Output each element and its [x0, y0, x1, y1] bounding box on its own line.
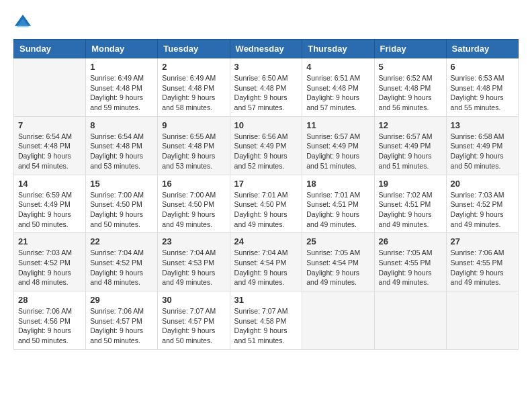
day-info: Sunrise: 7:03 AMSunset: 4:52 PMDaylight:…: [18, 248, 81, 287]
day-info: Sunrise: 6:58 AMSunset: 4:49 PMDaylight:…: [451, 132, 514, 171]
calendar-cell: 14Sunrise: 6:59 AMSunset: 4:49 PMDayligh…: [14, 175, 86, 233]
calendar-cell: 18Sunrise: 7:01 AMSunset: 4:51 PMDayligh…: [302, 175, 374, 233]
day-number: 25: [306, 236, 369, 246]
day-number: 4: [306, 62, 369, 72]
day-number: 28: [18, 295, 81, 305]
day-info: Sunrise: 7:06 AMSunset: 4:56 PMDaylight:…: [18, 306, 81, 346]
day-number: 8: [90, 120, 153, 130]
calendar-cell: 24Sunrise: 7:04 AMSunset: 4:54 PMDayligh…: [230, 233, 302, 291]
day-number: 20: [451, 179, 514, 189]
day-info: Sunrise: 7:07 AMSunset: 4:57 PMDaylight:…: [162, 306, 225, 346]
calendar-table: SundayMondayTuesdayWednesdayThursdayFrid…: [13, 39, 519, 350]
day-info: Sunrise: 7:01 AMSunset: 4:50 PMDaylight:…: [234, 190, 298, 230]
day-info: Sunrise: 7:06 AMSunset: 4:55 PMDaylight:…: [451, 248, 514, 287]
day-number: 26: [379, 236, 442, 246]
day-info: Sunrise: 6:54 AMSunset: 4:48 PMDaylight:…: [18, 132, 81, 171]
day-number: 17: [234, 179, 298, 189]
calendar-cell: 2Sunrise: 6:49 AMSunset: 4:48 PMDaylight…: [158, 58, 230, 117]
day-info: Sunrise: 7:07 AMSunset: 4:58 PMDaylight:…: [234, 306, 298, 346]
calendar-cell: 20Sunrise: 7:03 AMSunset: 4:52 PMDayligh…: [446, 175, 518, 233]
calendar-cell: 28Sunrise: 7:06 AMSunset: 4:56 PMDayligh…: [14, 291, 86, 350]
day-number: 30: [162, 295, 225, 305]
day-number: 21: [18, 236, 81, 246]
calendar-header-tuesday: Tuesday: [158, 40, 230, 58]
calendar-header-wednesday: Wednesday: [230, 40, 302, 58]
calendar-cell: [446, 291, 518, 350]
day-info: Sunrise: 7:02 AMSunset: 4:51 PMDaylight:…: [379, 190, 442, 230]
day-number: 5: [379, 62, 442, 72]
day-info: Sunrise: 7:01 AMSunset: 4:51 PMDaylight:…: [306, 190, 369, 230]
day-number: 23: [162, 236, 225, 246]
day-number: 2: [162, 62, 225, 72]
calendar-cell: 13Sunrise: 6:58 AMSunset: 4:49 PMDayligh…: [446, 116, 518, 175]
calendar-header-row: SundayMondayTuesdayWednesdayThursdayFrid…: [14, 40, 519, 58]
calendar-cell: 3Sunrise: 6:50 AMSunset: 4:48 PMDaylight…: [230, 58, 302, 117]
day-info: Sunrise: 6:49 AMSunset: 4:48 PMDaylight:…: [90, 73, 153, 113]
calendar-cell: 26Sunrise: 7:05 AMSunset: 4:55 PMDayligh…: [374, 233, 446, 291]
day-number: 22: [90, 236, 153, 246]
calendar-header-saturday: Saturday: [446, 40, 518, 58]
day-number: 16: [162, 179, 225, 189]
calendar-week-row: 1Sunrise: 6:49 AMSunset: 4:48 PMDaylight…: [14, 58, 519, 117]
page-header: [13, 13, 519, 32]
calendar-cell: 17Sunrise: 7:01 AMSunset: 4:50 PMDayligh…: [230, 175, 302, 233]
calendar-cell: 21Sunrise: 7:03 AMSunset: 4:52 PMDayligh…: [14, 233, 86, 291]
day-info: Sunrise: 6:49 AMSunset: 4:48 PMDaylight:…: [162, 73, 225, 113]
calendar-cell: 29Sunrise: 7:06 AMSunset: 4:57 PMDayligh…: [86, 291, 158, 350]
day-number: 31: [234, 295, 298, 305]
day-number: 27: [451, 236, 514, 246]
calendar-cell: 25Sunrise: 7:05 AMSunset: 4:54 PMDayligh…: [302, 233, 374, 291]
calendar-cell: 12Sunrise: 6:57 AMSunset: 4:49 PMDayligh…: [374, 116, 446, 175]
calendar-week-row: 14Sunrise: 6:59 AMSunset: 4:49 PMDayligh…: [14, 175, 519, 233]
day-number: 12: [379, 120, 442, 130]
day-number: 14: [18, 179, 81, 189]
day-number: 13: [451, 120, 514, 130]
calendar-cell: [302, 291, 374, 350]
day-info: Sunrise: 7:04 AMSunset: 4:52 PMDaylight:…: [90, 248, 153, 287]
calendar-header-friday: Friday: [374, 40, 446, 58]
day-info: Sunrise: 7:04 AMSunset: 4:53 PMDaylight:…: [162, 248, 225, 287]
calendar-cell: 23Sunrise: 7:04 AMSunset: 4:53 PMDayligh…: [158, 233, 230, 291]
calendar-cell: 6Sunrise: 6:53 AMSunset: 4:48 PMDaylight…: [446, 58, 518, 117]
day-number: 3: [234, 62, 298, 72]
calendar-cell: 31Sunrise: 7:07 AMSunset: 4:58 PMDayligh…: [230, 291, 302, 350]
calendar-cell: 9Sunrise: 6:55 AMSunset: 4:48 PMDaylight…: [158, 116, 230, 175]
day-info: Sunrise: 6:59 AMSunset: 4:49 PMDaylight:…: [18, 190, 81, 230]
calendar-week-row: 21Sunrise: 7:03 AMSunset: 4:52 PMDayligh…: [14, 233, 519, 291]
day-info: Sunrise: 6:54 AMSunset: 4:48 PMDaylight:…: [90, 132, 153, 171]
day-info: Sunrise: 6:56 AMSunset: 4:49 PMDaylight:…: [234, 132, 298, 171]
day-info: Sunrise: 6:50 AMSunset: 4:48 PMDaylight:…: [234, 73, 298, 113]
day-number: 29: [90, 295, 153, 305]
calendar-week-row: 28Sunrise: 7:06 AMSunset: 4:56 PMDayligh…: [14, 291, 519, 350]
calendar-cell: 5Sunrise: 6:52 AMSunset: 4:48 PMDaylight…: [374, 58, 446, 117]
day-info: Sunrise: 7:04 AMSunset: 4:54 PMDaylight:…: [234, 248, 298, 287]
calendar-header-thursday: Thursday: [302, 40, 374, 58]
day-info: Sunrise: 7:05 AMSunset: 4:55 PMDaylight:…: [379, 248, 442, 287]
calendar-cell: 19Sunrise: 7:02 AMSunset: 4:51 PMDayligh…: [374, 175, 446, 233]
calendar-cell: 1Sunrise: 6:49 AMSunset: 4:48 PMDaylight…: [86, 58, 158, 117]
day-number: 11: [306, 120, 369, 130]
calendar-cell: 8Sunrise: 6:54 AMSunset: 4:48 PMDaylight…: [86, 116, 158, 175]
calendar-cell: 7Sunrise: 6:54 AMSunset: 4:48 PMDaylight…: [14, 116, 86, 175]
day-info: Sunrise: 7:00 AMSunset: 4:50 PMDaylight:…: [162, 190, 225, 230]
day-number: 6: [451, 62, 514, 72]
calendar-cell: 16Sunrise: 7:00 AMSunset: 4:50 PMDayligh…: [158, 175, 230, 233]
logo-icon: [13, 13, 32, 32]
day-info: Sunrise: 6:53 AMSunset: 4:48 PMDaylight:…: [451, 73, 514, 113]
day-number: 1: [90, 62, 153, 72]
day-info: Sunrise: 7:06 AMSunset: 4:57 PMDaylight:…: [90, 306, 153, 346]
day-number: 10: [234, 120, 298, 130]
day-info: Sunrise: 6:57 AMSunset: 4:49 PMDaylight:…: [306, 132, 369, 171]
day-info: Sunrise: 6:57 AMSunset: 4:49 PMDaylight:…: [379, 132, 442, 171]
calendar-cell: 22Sunrise: 7:04 AMSunset: 4:52 PMDayligh…: [86, 233, 158, 291]
day-number: 19: [379, 179, 442, 189]
day-info: Sunrise: 6:55 AMSunset: 4:48 PMDaylight:…: [162, 132, 225, 171]
calendar-week-row: 7Sunrise: 6:54 AMSunset: 4:48 PMDaylight…: [14, 116, 519, 175]
day-number: 18: [306, 179, 369, 189]
calendar-header-monday: Monday: [86, 40, 158, 58]
day-info: Sunrise: 7:03 AMSunset: 4:52 PMDaylight:…: [451, 190, 514, 230]
day-info: Sunrise: 7:00 AMSunset: 4:50 PMDaylight:…: [90, 190, 153, 230]
calendar-cell: 4Sunrise: 6:51 AMSunset: 4:48 PMDaylight…: [302, 58, 374, 117]
day-info: Sunrise: 7:05 AMSunset: 4:54 PMDaylight:…: [306, 248, 369, 287]
calendar-cell: 30Sunrise: 7:07 AMSunset: 4:57 PMDayligh…: [158, 291, 230, 350]
